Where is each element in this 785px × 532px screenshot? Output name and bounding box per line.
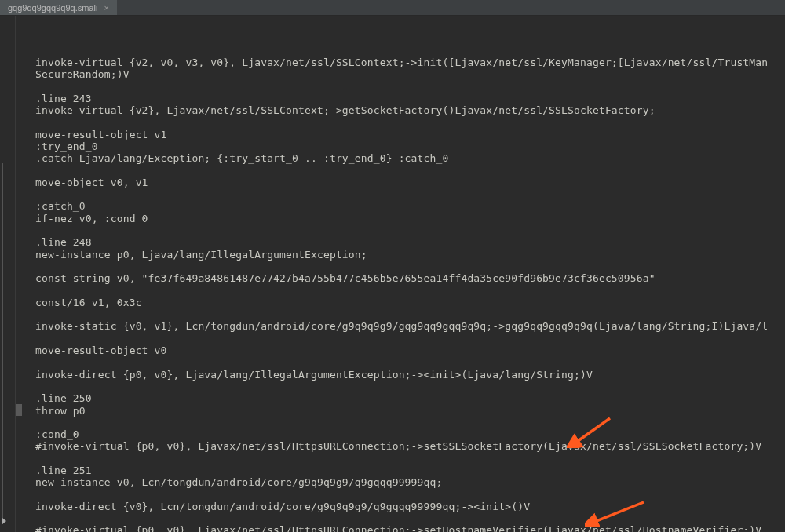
caret-marker-icon — [2, 518, 6, 524]
fold-guide — [2, 163, 3, 524]
code-editor[interactable]: invoke-virtual {v2, v0, v3, v0}, Ljavax/… — [16, 16, 785, 532]
tab-bar: gqg9qq9gqq9q9q.smali × — [0, 0, 785, 16]
editor-tab[interactable]: gqg9qq9gqq9q9q.smali × — [0, 0, 117, 15]
code-content: invoke-virtual {v2, v0, v3, v0}, Ljavax/… — [35, 56, 785, 532]
text-cursor — [16, 404, 22, 416]
tab-filename: gqg9qq9gqq9q9q.smali — [8, 3, 97, 13]
editor-wrap: invoke-virtual {v2, v0, v3, v0}, Ljavax/… — [0, 16, 785, 532]
gutter — [0, 16, 16, 532]
close-icon[interactable]: × — [104, 3, 108, 13]
